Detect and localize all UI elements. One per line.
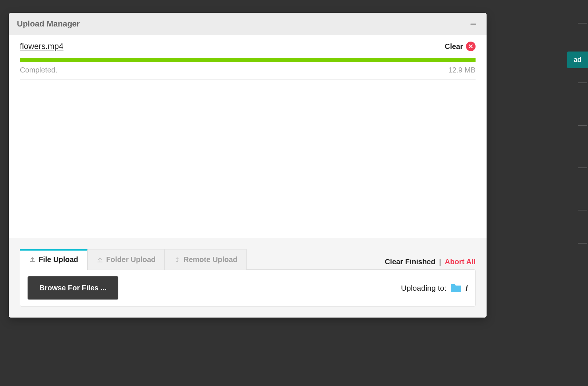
modal-header: Upload Manager [9,13,487,35]
browse-files-button[interactable]: Browse For Files ... [28,276,118,300]
upload-panel: Browse For Files ... Uploading to: / [20,269,476,307]
upload-size: 12.9 MB [448,66,476,74]
minimize-button[interactable] [468,19,478,29]
tab-file-upload[interactable]: File Upload [20,249,87,270]
modal-footer: File Upload Folder Upload [9,238,487,318]
destination-folder-button[interactable] [450,283,462,293]
tab-folder-upload-label: Folder Upload [106,255,155,264]
upload-destination: Uploading to: / [401,283,468,293]
upload-status: Completed. [20,66,57,74]
clear-finished-button[interactable]: Clear Finished [385,258,435,266]
clear-upload-group: Clear [445,42,476,51]
upload-item: flowers.mp4 Clear Completed. 12.9 MB [20,42,476,80]
close-icon [468,44,473,49]
upload-manager-modal: Upload Manager flowers.mp4 Clear [9,13,487,318]
folder-icon [450,283,462,293]
destination-path: / [466,283,468,293]
upload-progress-bar [20,58,476,62]
footer-actions: Clear Finished | Abort All [385,258,476,270]
action-divider: | [439,258,441,266]
tab-folder-upload[interactable]: Folder Upload [87,249,165,270]
background-divider-lines [577,0,588,386]
upload-list: flowers.mp4 Clear Completed. 12.9 MB [9,35,487,238]
upload-icon [97,256,103,263]
upload-item-footer: Completed. 12.9 MB [20,66,476,74]
clear-upload-button[interactable] [466,42,476,51]
modal-title: Upload Manager [17,19,80,29]
minimize-icon [470,20,477,28]
tab-remote-upload-label: Remote Upload [183,255,237,264]
clear-upload-label[interactable]: Clear [445,42,463,51]
svg-rect-0 [470,24,476,25]
upload-tabs: File Upload Folder Upload [20,249,247,270]
tab-remote-upload[interactable]: Remote Upload [165,249,247,270]
uploading-to-label: Uploading to: [401,284,447,293]
transfer-icon [174,256,180,263]
tab-file-upload-label: File Upload [39,255,78,264]
upload-icon [29,256,36,263]
abort-all-button[interactable]: Abort All [445,258,476,266]
upload-file-link[interactable]: flowers.mp4 [20,42,64,51]
upload-item-header: flowers.mp4 Clear [20,42,476,51]
footer-top-row: File Upload Folder Upload [20,238,476,270]
